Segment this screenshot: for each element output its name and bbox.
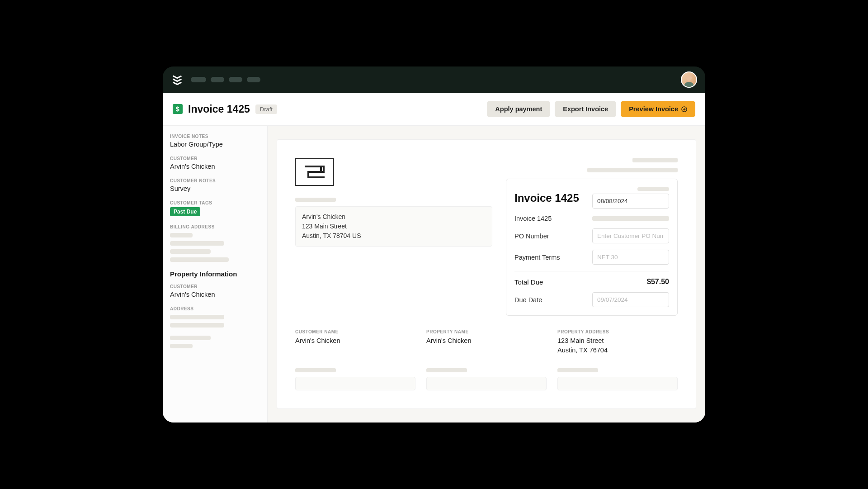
skeleton [170, 344, 193, 348]
preview-invoice-label: Preview Invoice [629, 105, 678, 113]
skeleton [170, 336, 211, 340]
invoice-card: Arvin's Chicken 123 Main Street Austin, … [277, 139, 696, 409]
skeleton [557, 368, 598, 372]
nav-pill [211, 77, 224, 82]
payment-terms-label: Payment Terms [514, 254, 560, 261]
skeleton [170, 241, 224, 246]
status-badge: Draft [255, 104, 277, 114]
company-logo [295, 158, 334, 186]
main-panel: Arvin's Chicken 123 Main Street Austin, … [268, 126, 705, 423]
customer-name-label: CUSTOMER NAME [295, 329, 415, 334]
customer-tags-label: CUSTOMER TAGS [170, 200, 267, 205]
skeleton [426, 368, 467, 372]
skeleton [170, 315, 224, 319]
app-frame: $ Invoice 1425 Draft Apply payment Expor… [163, 66, 705, 423]
bill-to-name: Arvin's Chicken [302, 212, 486, 222]
customer-notes-value: Survey [170, 185, 267, 192]
plus-circle-icon [681, 106, 687, 112]
property-address-line1: 123 Main Street [557, 336, 678, 345]
skeleton [592, 216, 669, 221]
property-address-line2: Austin, TX 76704 [557, 346, 678, 355]
nav-placeholder-pills [191, 77, 260, 82]
header-bar: $ Invoice 1425 Draft Apply payment Expor… [163, 93, 705, 126]
skeleton [426, 377, 547, 390]
po-number-input[interactable] [592, 228, 669, 243]
preview-invoice-button[interactable]: Preview Invoice [621, 101, 695, 117]
customer-value: Arvin's Chicken [170, 163, 267, 170]
sidebar: INVOICE NOTES Labor Group/Type CUSTOMER … [163, 126, 268, 423]
user-avatar[interactable] [681, 71, 697, 88]
bill-to-city: Austin, TX 78704 US [302, 231, 486, 241]
property-address-label: PROPERTY ADDRESS [557, 329, 678, 334]
customer-notes-label: CUSTOMER NOTES [170, 178, 267, 183]
invoice-icon: $ [173, 104, 183, 114]
customer-name-value: Arvin's Chicken [295, 336, 415, 345]
bill-to-box[interactable]: Arvin's Chicken 123 Main Street Austin, … [295, 206, 492, 247]
address-label: ADDRESS [170, 306, 267, 311]
customer-tag: Past Due [170, 207, 200, 216]
property-customer-value: Arvin's Chicken [170, 291, 267, 298]
customer-label: CUSTOMER [170, 156, 267, 161]
page-title: Invoice 1425 [188, 103, 250, 115]
svg-point-0 [686, 75, 692, 81]
skeleton [170, 257, 229, 262]
total-due-amount: $57.50 [647, 278, 669, 286]
billing-address-label: BILLING ADDRESS [170, 224, 267, 229]
invoice-number-label: Invoice 1425 [514, 215, 552, 222]
nav-pill [247, 77, 260, 82]
skeleton [587, 168, 678, 172]
invoice-notes-label: INVOICE NOTES [170, 134, 267, 139]
skeleton [170, 323, 224, 328]
due-date-label: Due Date [514, 296, 542, 304]
invoice-notes-value: Labor Group/Type [170, 141, 267, 148]
skeleton [557, 377, 678, 390]
nav-pill [191, 77, 206, 82]
skeleton [295, 198, 336, 202]
apply-payment-button[interactable]: Apply payment [487, 101, 550, 117]
skeleton [170, 233, 193, 237]
property-customer-label: CUSTOMER [170, 284, 267, 289]
bill-to-street: 123 Main Street [302, 222, 486, 231]
skeleton [170, 249, 211, 254]
export-invoice-button[interactable]: Export Invoice [555, 101, 616, 117]
total-due-label: Total Due [514, 278, 543, 286]
invoice-details-card: Invoice 1425 Invoice 1425 [506, 179, 678, 316]
po-number-label: PO Number [514, 233, 549, 240]
invoice-date-input[interactable] [592, 194, 669, 209]
nav-pill [229, 77, 242, 82]
due-date-input[interactable] [592, 292, 669, 307]
property-name-label: PROPERTY NAME [426, 329, 547, 334]
skeleton [295, 368, 336, 372]
property-info-heading: Property Information [170, 270, 267, 278]
skeleton [295, 377, 415, 390]
skeleton [637, 187, 669, 191]
invoice-title: Invoice 1425 [514, 192, 579, 204]
skeleton [632, 158, 678, 162]
payment-terms-input[interactable] [592, 250, 669, 265]
property-name-value: Arvin's Chicken [426, 336, 547, 345]
logo-icon[interactable] [171, 73, 184, 86]
top-nav [163, 66, 705, 93]
